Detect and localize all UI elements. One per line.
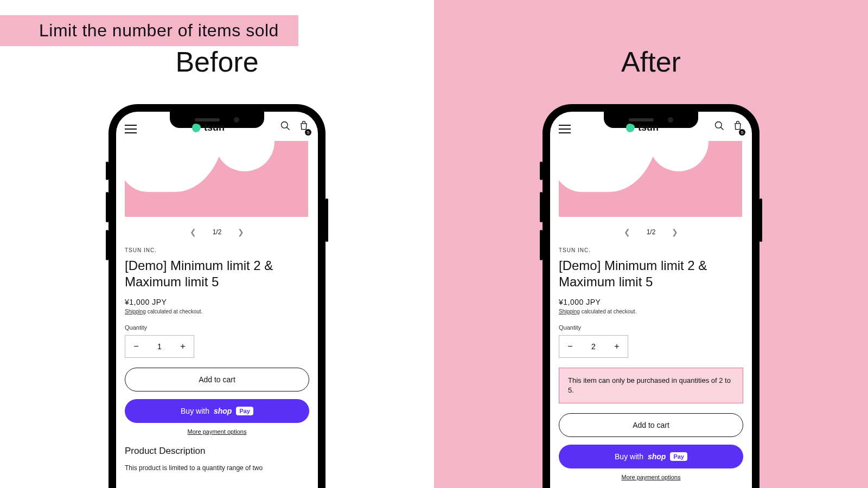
image-pager: ❮ 1/2 ❯: [559, 226, 743, 239]
pager-count: 1/2: [213, 228, 222, 236]
pager-prev-icon[interactable]: ❮: [622, 226, 633, 239]
svg-point-0: [282, 122, 288, 129]
store-logo[interactable]: tsun: [192, 122, 225, 133]
after-panel: After tsun 5: [434, 0, 868, 488]
more-payment-link[interactable]: More payment options: [559, 474, 743, 480]
search-icon[interactable]: [280, 120, 291, 133]
shipping-link[interactable]: Shipping: [125, 309, 146, 314]
shipping-note: Shipping calculated at checkout.: [125, 309, 309, 314]
limit-alert: This item can only be purchased in quant…: [559, 368, 743, 403]
qty-decrease-button[interactable]: −: [125, 336, 147, 357]
product-title: [Demo] Minimum limit 2 & Maximum limit 5: [559, 258, 743, 290]
product-price: ¥1,000 JPY: [125, 298, 309, 306]
buy-now-button[interactable]: Buy with shop Pay: [125, 399, 309, 423]
pager-prev-icon[interactable]: ❮: [188, 226, 199, 239]
menu-icon[interactable]: [559, 125, 571, 133]
description-body: This product is limited to a quantity ra…: [125, 463, 309, 473]
shop-pay-icon: Pay: [670, 452, 687, 461]
more-payment-link[interactable]: More payment options: [125, 428, 309, 435]
cart-badge: 5: [305, 129, 311, 136]
pager-count: 1/2: [647, 228, 656, 236]
qty-increase-button[interactable]: +: [606, 336, 628, 357]
shipping-link[interactable]: Shipping: [559, 309, 580, 314]
cart-icon[interactable]: 5: [298, 120, 309, 133]
menu-icon[interactable]: [125, 125, 137, 133]
phone-frame-before: tsun 5 ❮ 1/2: [108, 104, 326, 488]
qty-decrease-button[interactable]: −: [559, 336, 581, 357]
add-to-cart-button[interactable]: Add to cart: [125, 368, 309, 391]
product-price: ¥1,000 JPY: [559, 298, 743, 306]
pager-next-icon[interactable]: ❯: [235, 226, 246, 239]
qty-value: 2: [581, 336, 606, 357]
quantity-stepper: − 1 +: [125, 335, 194, 358]
vendor-label: TSUN INC.: [125, 247, 309, 253]
qty-value: 1: [147, 336, 172, 357]
headline-banner: Limit the number of items sold: [0, 15, 298, 46]
description-heading: Product Description: [125, 446, 309, 457]
quantity-stepper: − 2 +: [559, 335, 628, 358]
store-logo[interactable]: tsun: [626, 122, 659, 133]
buy-now-button[interactable]: Buy with shop Pay: [559, 445, 743, 468]
before-panel: Limit the number of items sold Before ts…: [0, 0, 434, 488]
before-title: Before: [175, 46, 258, 78]
svg-line-3: [721, 127, 724, 130]
cart-badge: 5: [739, 129, 745, 136]
phone-frame-after: tsun 5 ❮ 1/2: [542, 104, 760, 488]
pager-next-icon[interactable]: ❯: [669, 226, 680, 239]
add-to-cart-button[interactable]: Add to cart: [559, 413, 743, 437]
svg-line-1: [287, 127, 290, 130]
product-title: [Demo] Minimum limit 2 & Maximum limit 5: [125, 258, 309, 290]
svg-point-2: [716, 122, 722, 129]
cart-icon[interactable]: 5: [732, 120, 743, 133]
qty-increase-button[interactable]: +: [172, 336, 194, 357]
product-image[interactable]: [125, 141, 309, 217]
vendor-label: TSUN INC.: [559, 247, 743, 253]
product-image[interactable]: [559, 141, 743, 217]
search-icon[interactable]: [714, 120, 725, 133]
shipping-note: Shipping calculated at checkout.: [559, 309, 743, 314]
shop-pay-icon: Pay: [236, 407, 253, 415]
quantity-label: Quantity: [559, 324, 743, 331]
image-pager: ❮ 1/2 ❯: [125, 226, 309, 239]
quantity-label: Quantity: [125, 324, 309, 331]
after-title: After: [621, 46, 681, 78]
